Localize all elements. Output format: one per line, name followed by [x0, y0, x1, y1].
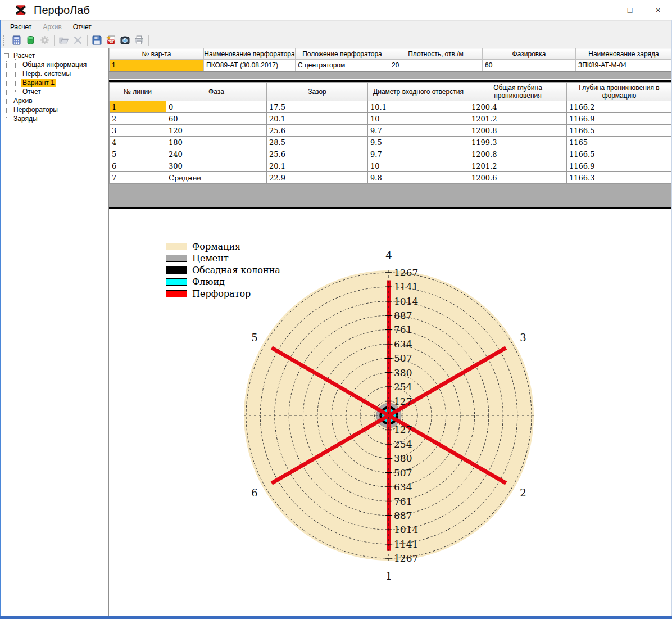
lines-cell[interactable]: 300 — [166, 160, 267, 172]
save-icon — [92, 35, 102, 45]
delete-button[interactable] — [71, 34, 85, 47]
table-row[interactable]: 26020.1101201.21166.9 — [110, 113, 672, 125]
variant-col-header: Положение перфоратора — [296, 48, 389, 60]
close-button[interactable]: × — [644, 0, 672, 20]
radial-tick-label: 507 — [394, 467, 412, 478]
app-logo-icon — [15, 4, 27, 16]
lines-cell[interactable]: 17.5 — [267, 101, 368, 113]
variant-cell[interactable]: С центратором — [296, 60, 389, 71]
menu-raschet[interactable]: Расчет — [4, 22, 37, 32]
legend-swatch — [166, 278, 187, 286]
lines-cell[interactable]: 2 — [110, 113, 166, 125]
lines-cell[interactable]: 1166.9 — [567, 160, 672, 172]
lines-cell[interactable]: 60 — [166, 113, 267, 125]
lines-cell[interactable]: 1166.2 — [567, 101, 672, 113]
print-button[interactable] — [132, 34, 146, 47]
lines-cell[interactable]: 22.9 — [267, 172, 368, 184]
tree-child-item-2[interactable]: Вариант 1 — [0, 78, 108, 87]
variant-table-row[interactable]: 1ПКО89-АТ (30.08.2017)С центратором2060З… — [110, 60, 672, 71]
tree-child-item-0[interactable]: Общая информация — [0, 60, 108, 69]
lines-cell[interactable]: 120 — [166, 125, 267, 137]
lines-cell[interactable]: 6 — [110, 160, 166, 172]
variant-col-header: Наименование перфоратора — [204, 48, 296, 60]
open-button[interactable] — [57, 34, 71, 47]
lines-cell[interactable]: 25.6 — [267, 148, 368, 160]
minimize-button[interactable]: – — [588, 0, 616, 20]
lines-cell[interactable]: 7 — [110, 172, 166, 184]
lines-cell[interactable]: 10 — [368, 113, 469, 125]
lines-cell[interactable]: 1200.8 — [469, 125, 567, 137]
lines-cell[interactable]: 1165 — [567, 137, 672, 148]
tree-expander-icon[interactable] — [4, 53, 9, 58]
lines-cell[interactable]: 3 — [110, 125, 166, 137]
pdf-export-icon: PDF — [106, 35, 116, 45]
radial-tick-label: 1267 — [394, 553, 418, 564]
lines-cell[interactable]: Среднее — [166, 172, 267, 184]
radial-tick-label: 254 — [394, 381, 412, 392]
lines-cell[interactable]: 4 — [110, 137, 166, 148]
axis-number-label: 5 — [251, 332, 257, 344]
tree-item-0[interactable]: Расчет — [0, 51, 108, 60]
tree-item-label: Общая информация — [21, 61, 88, 69]
lines-cell[interactable]: 1201.2 — [469, 160, 567, 172]
lines-cell[interactable]: 25.6 — [267, 125, 368, 137]
toolbar-grip[interactable] — [3, 35, 8, 46]
lines-cell[interactable]: 1200.8 — [469, 148, 567, 160]
variant-cell[interactable]: 1 — [110, 60, 204, 71]
menu-otchet[interactable]: Отчет — [67, 22, 97, 32]
table-row[interactable]: 7Среднее22.99.81200.61166.3 — [110, 172, 672, 184]
lines-cell[interactable]: 9.7 — [368, 148, 469, 160]
lines-cell[interactable]: 9.5 — [368, 137, 469, 148]
lines-cell[interactable]: 1166.3 — [567, 172, 672, 184]
lines-cell[interactable]: 10.1 — [368, 101, 469, 113]
calculate-button[interactable] — [10, 34, 24, 47]
lines-cell[interactable]: 1166.5 — [567, 125, 672, 137]
preview-button[interactable] — [118, 34, 132, 47]
table-row[interactable]: 312025.69.71200.81166.5 — [110, 125, 672, 137]
menu-arhiv[interactable]: Архив — [37, 22, 67, 32]
radial-tick-label: 380 — [394, 367, 412, 378]
lines-col-header: № линии — [110, 83, 166, 101]
table-row[interactable]: 630020.1101201.21166.9 — [110, 160, 672, 172]
legend-swatch — [166, 266, 187, 274]
lines-cell[interactable]: 1166.9 — [567, 113, 672, 125]
variant-col-header: Наименование заряда — [576, 48, 672, 60]
lines-cell[interactable]: 0 — [166, 101, 267, 113]
variant-cell[interactable]: 60 — [483, 60, 576, 71]
lines-cell[interactable]: 20.1 — [267, 113, 368, 125]
radial-tick-label: 634 — [394, 338, 412, 350]
lines-cell[interactable]: 1166.5 — [567, 148, 672, 160]
radial-tick-label: 887 — [394, 310, 412, 321]
lines-cell[interactable]: 5 — [110, 148, 166, 160]
tree-guide — [15, 83, 21, 83]
tree-child-item-1[interactable]: Перф. системы — [0, 69, 108, 78]
lines-cell[interactable]: 1 — [110, 101, 166, 113]
variant-cell[interactable]: ЗПК89-АТ-М-04 — [576, 60, 672, 71]
lines-cell[interactable]: 1199.3 — [469, 137, 567, 148]
variant-cell[interactable]: 20 — [389, 60, 483, 71]
lines-cell[interactable]: 9.7 — [368, 125, 469, 137]
lines-cell[interactable]: 10 — [368, 160, 469, 172]
export-pdf-button[interactable]: PDF — [104, 34, 118, 47]
lines-cell[interactable]: 1200.6 — [469, 172, 567, 184]
settings-button[interactable] — [38, 34, 52, 47]
lines-cell[interactable]: 180 — [166, 137, 267, 148]
lines-cell[interactable]: 20.1 — [267, 160, 368, 172]
tree-item-2[interactable]: Перфораторы — [0, 105, 108, 114]
table-row[interactable]: 1017.510.11200.41166.2 — [110, 101, 672, 113]
database-button[interactable] — [24, 34, 38, 47]
maximize-button[interactable]: □ — [616, 0, 644, 20]
tree-item-1[interactable]: Архив — [0, 96, 108, 105]
variant-cell[interactable]: ПКО89-АТ (30.08.2017) — [204, 60, 296, 71]
save-button[interactable] — [90, 34, 104, 47]
lines-cell[interactable]: 1201.2 — [469, 113, 567, 125]
lines-cell[interactable]: 9.8 — [368, 172, 469, 184]
lines-cell[interactable]: 1200.4 — [469, 101, 567, 113]
lines-cell[interactable]: 240 — [166, 148, 267, 160]
table-row[interactable]: 418028.59.51199.31165 — [110, 137, 672, 148]
tree-child-item-3[interactable]: Отчет — [0, 87, 108, 96]
lines-col-header: Глубина проникновения в формацию — [567, 83, 672, 101]
lines-cell[interactable]: 28.5 — [267, 137, 368, 148]
table-row[interactable]: 524025.69.71200.81166.5 — [110, 148, 672, 160]
tree-item-3[interactable]: Заряды — [0, 114, 108, 123]
